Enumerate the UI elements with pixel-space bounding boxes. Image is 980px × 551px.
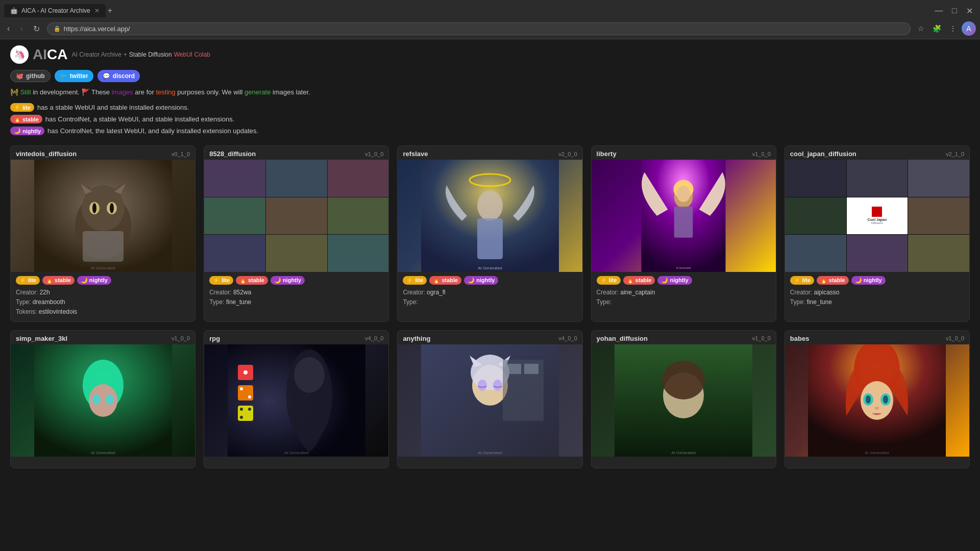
discord-link[interactable]: 💬 discord — [97, 70, 140, 82]
card-refslave[interactable]: refslave v2_0_0 — [397, 145, 582, 322]
creator-value: aipicasso — [814, 289, 839, 296]
forward-button[interactable]: › — [17, 22, 26, 35]
card-version: v2_0_0 — [559, 151, 577, 157]
stable-description: has ControlNet, a stable WebUI, and stab… — [45, 115, 234, 123]
svg-rect-52 — [524, 364, 538, 374]
mosaic-cell — [266, 235, 327, 272]
mosaic-cell — [266, 197, 327, 235]
japan-center-text: Cool Japan — [868, 218, 887, 221]
github-link[interactable]: 🐙 github — [10, 70, 51, 82]
maximize-button[interactable]: □ — [949, 4, 960, 17]
card-simp-maker-3kl[interactable]: simp_maker_3kl v1_0_0 — [10, 330, 195, 468]
creator-row: Creator: aipicasso — [790, 288, 964, 297]
card-liberty[interactable]: liberty v1_0_0 — [591, 145, 776, 322]
lock-icon: 🔒 — [54, 26, 61, 32]
card-name: liberty — [597, 150, 617, 158]
badge-nightly: 🌙 nightly — [657, 276, 692, 285]
svg-point-37 — [240, 408, 243, 411]
svg-text:AI Generated: AI Generated — [676, 267, 691, 269]
lite-badge: ⚡ lite — [10, 103, 34, 112]
card-image: AI Generated — [398, 344, 582, 457]
card-version: v1_0_0 — [752, 335, 771, 341]
nightly-badge-icon: 🌙 — [14, 128, 21, 134]
card-header: yohan_diffusion v1_0_0 — [592, 331, 776, 344]
badge-nightly: 🌙 nightly — [77, 276, 111, 285]
twitter-label: twitter — [70, 72, 88, 80]
card-footer — [398, 457, 582, 468]
back-button[interactable]: ‹ — [4, 22, 13, 35]
svg-point-65 — [875, 407, 879, 410]
badge-lite: ⚡ lite — [790, 276, 814, 285]
subtitle-plus: + — [124, 51, 127, 58]
svg-text:AI Generated: AI Generated — [91, 450, 115, 455]
creator-row: Creator: aine_captain — [597, 288, 771, 297]
page-content: 🦄 AICA AI Creator Archive + Stable Diffu… — [0, 39, 980, 474]
card-name: babes — [790, 335, 810, 342]
active-tab[interactable]: 🤖 AICA - AI Creator Archive ✕ — [4, 4, 106, 17]
nightly-badge: 🌙 nightly — [10, 127, 44, 135]
svg-point-32 — [243, 370, 248, 374]
card-header: simp_maker_3kl v1_0_0 — [11, 331, 195, 344]
card-meta: Creator: ogra_fl Type: — [403, 288, 577, 307]
card-image: AI Generated — [11, 160, 195, 272]
creator-row: Creator: 22h — [16, 288, 190, 297]
card-badges: ⚡ lite 🔥 stable 🌙 nightly — [16, 276, 190, 285]
minimize-button[interactable]: — — [932, 4, 946, 17]
address-bar[interactable]: 🔒 https://aica.vercel.app/ — [47, 22, 911, 35]
card-footer: ⚡ lite 🔥 stable 🌙 nightly Creator: aipic… — [785, 272, 969, 311]
dev-notice: 🚧 Still in development. 🚩 These images a… — [10, 88, 970, 96]
card-footer — [11, 457, 195, 468]
card-footer — [785, 457, 969, 468]
card-name: cool_japan_diffusion — [790, 150, 856, 158]
twitter-link[interactable]: 🐦 twitter — [55, 70, 93, 82]
stable-badge-icon: 🔥 — [14, 116, 21, 122]
card-name: 8528_diffusion — [209, 150, 256, 158]
svg-point-63 — [866, 395, 871, 404]
svg-point-22 — [677, 186, 691, 202]
card-rpg[interactable]: rpg v4_0_0 — [204, 330, 389, 468]
card-version: v2_1_0 — [946, 151, 964, 157]
type-value: fine_tune — [806, 298, 831, 306]
tab-close-button[interactable]: ✕ — [94, 7, 100, 14]
badge-stable: 🔥 stable — [817, 276, 849, 285]
type-row: Type: fine_tune — [790, 297, 964, 307]
menu-button[interactable]: ⋮ — [946, 22, 960, 35]
generate-text: generate — [244, 88, 271, 96]
tab-title: AICA - AI Creator Archive — [21, 7, 90, 14]
mosaic-cell — [847, 160, 908, 197]
svg-point-41 — [294, 357, 325, 393]
card-babes[interactable]: babes v1_0_0 — [785, 330, 970, 468]
card-footer: ⚡ lite 🔥 stable 🌙 nightly Creator: 22h T… — [11, 272, 195, 321]
japan-center-subtext: Diffusion — [871, 221, 883, 224]
close-window-button[interactable]: ✕ — [963, 4, 976, 18]
mosaic-cell — [328, 197, 389, 235]
card-cool-japan-diffusion[interactable]: cool_japan_diffusion v2_1_0 Cool Japan D… — [785, 145, 970, 322]
card-header: cool_japan_diffusion v2_1_0 — [785, 146, 969, 160]
badge-row-stable: 🔥 stable has ControlNet, a stable WebUI,… — [10, 115, 970, 123]
type-row: Type: — [403, 297, 577, 307]
card-meta: Creator: 22h Type: dreambooth Tokens: es… — [16, 288, 190, 317]
badge-stable: 🔥 stable — [236, 276, 268, 285]
profile-avatar[interactable]: A — [962, 21, 976, 36]
bookmark-button[interactable]: ☆ — [915, 22, 927, 35]
card-vintedois-diffusion[interactable]: vintedois_diffusion v0_1_0 — [10, 145, 195, 322]
card-header: anything v4_0_0 — [398, 331, 582, 344]
card-anything[interactable]: anything v4_0_0 — [397, 330, 582, 468]
logo-text: AICA — [33, 46, 67, 63]
svg-text:AI Generated: AI Generated — [671, 450, 696, 455]
new-tab-button[interactable]: + — [108, 7, 112, 15]
svg-point-28 — [106, 394, 114, 405]
extensions-button[interactable]: 🧩 — [929, 22, 944, 35]
mosaic-cell — [328, 235, 389, 272]
lite-badge-icon: ⚡ — [14, 104, 21, 111]
type-row: Type: dreambooth — [16, 297, 190, 307]
card-version: v1_0_0 — [946, 335, 964, 341]
mosaic-cell — [204, 197, 265, 235]
card-8528-diffusion[interactable]: 8528_diffusion v1_0_0 ⚡ lite — [204, 145, 389, 322]
reload-button[interactable]: ↻ — [30, 22, 43, 36]
svg-point-10 — [110, 203, 114, 213]
card-yohan-diffusion[interactable]: yohan_diffusion v1_0_0 — [591, 330, 776, 468]
card-image: Cool Japan Diffusion — [785, 160, 969, 272]
svg-text:AI Generated: AI Generated — [284, 450, 309, 455]
creator-value: aine_captain — [620, 289, 655, 296]
